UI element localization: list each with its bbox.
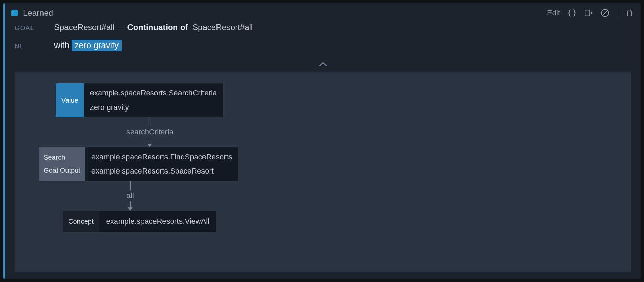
- value-node[interactable]: Value example.spaceResorts.SearchCriteri…: [56, 83, 223, 117]
- svg-line-2: [602, 10, 607, 15]
- svg-rect-0: [585, 10, 590, 16]
- search-node-action: example.spaceResorts.FindSpaceResorts: [91, 150, 232, 164]
- goal-entity-1: SpaceResort#all: [54, 23, 114, 32]
- edge-all: all: [126, 181, 134, 211]
- edge-label-1: searchCriteria: [126, 127, 173, 137]
- graph-inner: Value example.spaceResorts.SearchCriteri…: [28, 83, 234, 232]
- search-node-body: example.spaceResorts.FindSpaceResorts ex…: [85, 147, 238, 181]
- node-tag-value: Value: [56, 83, 84, 117]
- search-node[interactable]: Search Goal Output example.spaceResorts.…: [39, 147, 238, 181]
- value-node-type: example.spaceResorts.SearchCriteria: [90, 86, 217, 100]
- edit-button[interactable]: Edit: [547, 9, 560, 17]
- goal-label: Goal: [15, 24, 54, 32]
- edge-label-2: all: [126, 191, 134, 201]
- concept-node[interactable]: Concept example.spaceResorts.ViewAll: [63, 211, 216, 232]
- goal-text: SpaceResort#all — Continuation of SpaceR…: [54, 23, 253, 32]
- header-actions: Edit: [547, 9, 634, 17]
- nl-text: with zero gravity: [54, 40, 122, 50]
- nl-prefix: with: [54, 40, 72, 50]
- panel-header: Learned Edit: [5, 3, 641, 21]
- collapse-row: [5, 56, 641, 72]
- graph-panel: Value example.spaceResorts.SearchCriteri…: [15, 72, 631, 272]
- node-tag-search: Search Goal Output: [39, 147, 85, 181]
- nl-label: NL: [15, 42, 54, 50]
- panel-title: Learned: [23, 8, 547, 18]
- edge-searchcriteria: searchCriteria: [126, 117, 173, 147]
- block-icon[interactable]: [600, 9, 609, 17]
- learned-badge-icon: [11, 10, 18, 16]
- node-tag-concept: Concept: [63, 211, 99, 232]
- chevron-up-icon[interactable]: [318, 61, 328, 69]
- braces-icon[interactable]: [568, 9, 577, 17]
- nl-row: NL with zero gravity: [5, 36, 641, 56]
- goal-entity-2: SpaceResort#all: [193, 23, 253, 32]
- learned-panel: Learned Edit: [3, 3, 641, 279]
- value-node-value: zero gravity: [90, 100, 217, 115]
- goal-row: Goal SpaceResort#all — Continuation of S…: [5, 21, 641, 36]
- search-node-output: example.spaceResorts.SpaceResort: [91, 164, 232, 178]
- concept-node-body: example.spaceResorts.ViewAll: [99, 211, 216, 232]
- nl-highlight[interactable]: zero gravity: [72, 40, 121, 51]
- goal-continuation-label: Continuation of: [127, 23, 188, 32]
- trash-icon[interactable]: [625, 9, 634, 17]
- toolbar-divider: [617, 9, 617, 17]
- concept-node-type: example.spaceResorts.ViewAll: [106, 214, 210, 229]
- value-node-body: example.spaceResorts.SearchCriteria zero…: [84, 83, 223, 117]
- export-icon[interactable]: [584, 9, 593, 17]
